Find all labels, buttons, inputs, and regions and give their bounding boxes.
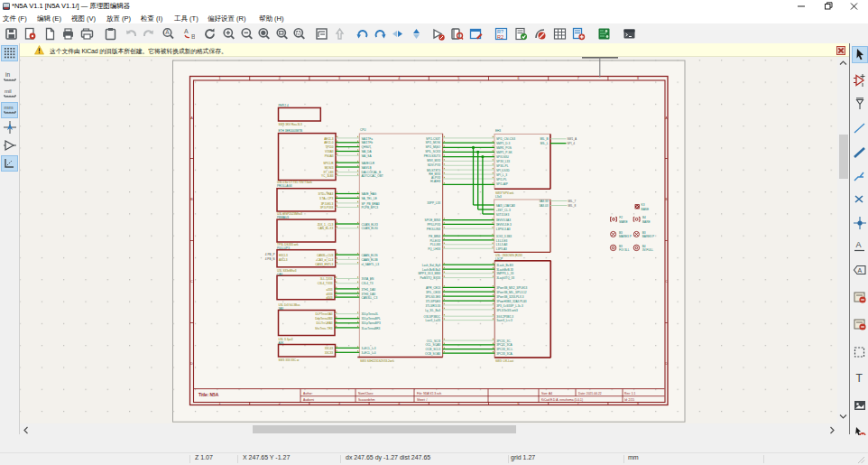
svg-text:SPI1_CS/-CS3: SPI1_CS/-CS3	[496, 137, 515, 141]
svg-text:3Pwrr3B_MIL_3/PL3.12: 3Pwrr3B_MIL_3/PL3.12	[496, 291, 527, 294]
svg-text:ETH 3ERJ003MTB: ETH 3ERJ003MTB	[279, 129, 303, 133]
svg-text:SW3 S3H2231S2V33.2wrk: SW3 S3H2231S2V33.2wrk	[360, 359, 394, 363]
svg-text:3G3.2P3B1.3: 3G3.2P3B1.3	[496, 315, 513, 319]
svg-text:3+ECL_I+0: 3+ECL_I+0	[362, 351, 376, 355]
svg-text:SPI_4: SPI_4	[568, 142, 576, 145]
svg-text:MPP3_33.3_MB3: MPP3_33.3_MB3	[418, 272, 440, 275]
svg-text:PQ_LH33: PQ_LH33	[428, 247, 440, 251]
svg-text:C: C	[190, 280, 193, 284]
svg-text:OCB_SOA3: OCB_SOA3	[425, 352, 440, 356]
svg-text:PE9 2.4: PE9 2.4	[279, 104, 289, 107]
svg-text:S3T.L3.E3: S3T.L3.E3	[496, 213, 510, 217]
svg-text:T: T	[856, 372, 863, 385]
svg-text:Audiorni: Audiorni	[303, 398, 314, 402]
svg-text:Lavr3_La33: Lavr3_La33	[425, 319, 440, 322]
svg-text:MIL_L: MIL_L	[540, 142, 549, 145]
svg-text:U3L S33eMhz3: U3L S33eMhz3	[277, 269, 297, 273]
svg-text:Author:: Author:	[303, 392, 313, 395]
svg-text:SPI1_MOSI: SPI1_MOSI	[425, 141, 440, 144]
svg-text:6: 6	[518, 77, 520, 80]
svg-text:33C43: 33C43	[325, 347, 334, 350]
svg-text:MARE3 P: MARE3 P	[619, 235, 632, 238]
svg-text:L3.L3.A3: L3.L3.A3	[496, 243, 508, 246]
svg-text:3LashBvB.33: 3LashBvB.33	[496, 268, 513, 272]
svg-text:CUAN_ELX0: CUAN_ELX0	[362, 227, 379, 230]
svg-text:3A3: 3A3	[279, 307, 284, 311]
svg-text:ADTC/CAC_OBT: ADTC/CAC_OBT	[362, 174, 383, 178]
svg-text:L3.L3.E3: L3.L3.E3	[496, 239, 508, 243]
svg-text:PE_BIN3: PE_BIN3	[429, 235, 440, 238]
svg-text:3TH1_DA3: 3TH1_DA3	[362, 288, 376, 292]
svg-text:1: 1	[219, 402, 221, 405]
svg-text:SP3/L-PL: SP3/L-PL	[496, 164, 509, 168]
svg-text:3DLpTereaBPL: 3DLpTereaBPL	[362, 317, 382, 321]
svg-text:4 PB_P: 4 PB_P	[265, 253, 275, 256]
svg-text:CAN3L+CU3: CAN3L+CU3	[317, 254, 333, 257]
svg-text:PULLUP3: PULLUP3	[277, 246, 290, 250]
svg-text:Ly_3/L_Ba3: Ly_3/L_Ba3	[425, 309, 440, 312]
svg-text:ShcTrrec.TR3: ShcTrrec.TR3	[315, 327, 333, 330]
svg-text:CAN3LL_C3: CAN3LL_C3	[362, 296, 378, 300]
svg-text:MIL_B: MIL_B	[540, 137, 548, 141]
svg-text:SMP1_D.3: SMP1_D.3	[496, 142, 510, 145]
svg-text:JDX_1._CL3: JDX_1._CL3	[317, 223, 333, 227]
svg-text:C3L4_T3: C3L4_T3	[362, 282, 374, 285]
svg-text:Lash.BvB.Ba3: Lash.BvB.Ba3	[422, 268, 440, 272]
svg-text:AE11-3: AE11-3	[324, 137, 333, 141]
svg-text:8: 8	[637, 77, 639, 80]
svg-text:3/TD+TRA3: 3/TD+TRA3	[319, 192, 334, 196]
svg-text:in: in	[5, 71, 10, 78]
svg-text:3.TA+.CP3: 3.TA+.CP3	[319, 197, 333, 200]
svg-text:B: B	[191, 33, 195, 40]
svg-text:Lash_Bal_By3: Lash_Bal_By3	[422, 264, 441, 267]
svg-text:2: 2	[279, 77, 281, 80]
svg-text:U3L 3.3µs3: U3L 3.3µs3	[279, 338, 293, 341]
svg-text:V33A3: V33A3	[325, 150, 334, 153]
svg-text:SPI1-CS3T: SPI1-CS3T	[426, 137, 440, 141]
svg-text:B3: B3	[619, 245, 623, 248]
svg-text:SAVE_HAG: SAVE_HAG	[362, 192, 377, 196]
svg-text:3P3_/Lr3/33P_L.3c.3: 3P3_/Lr3/33P_L.3c.3	[496, 304, 523, 308]
svg-text:MIL_8: MIL_8	[568, 204, 577, 208]
svg-text:MIVI_MX3: MIVI_MX3	[427, 159, 440, 163]
svg-text:H3CL3: H3CL3	[279, 254, 288, 257]
svg-text:B3: B3	[642, 231, 646, 235]
svg-text:SW1_A: SW1_A	[568, 137, 578, 141]
svg-text:3P.3-P333: 3P.3-P333	[320, 206, 334, 209]
svg-text:PLLLB3: PLLLB3	[430, 243, 440, 246]
svg-text:3: 3	[338, 402, 340, 405]
svg-text:PS0A3: PS0A3	[325, 154, 334, 158]
svg-text:PwM3TQ_BX33: PwM3TQ_BX33	[420, 276, 440, 280]
svg-text:3Y_LB3: 3Y_LB3	[323, 171, 333, 174]
svg-text:APR_CE13: APR_CE13	[426, 286, 440, 290]
svg-text:PBMAU3: PBMAU3	[277, 216, 289, 219]
svg-text:3A3.33: 3A3.33	[540, 200, 549, 203]
svg-text:3Pwrr3B_MX2_3/PLE13: 3Pwrr3B_MX2_3/PLE13	[496, 286, 527, 290]
svg-text:A: A	[856, 240, 862, 249]
svg-text:CAAN_EL3B: CAAN_EL3B	[362, 258, 378, 262]
svg-text:DLPTrree3A3: DLPTrree3A3	[315, 312, 332, 316]
svg-text:PLLEX3: PLLEX3	[429, 239, 440, 243]
svg-text:3MPP3_L_33: 3MPP3_L_33	[496, 272, 513, 275]
svg-text:3TL3/R3.33: 3TL3/R3.33	[426, 304, 441, 308]
svg-text:SA_TEL_LE: SA_TEL_LE	[362, 197, 377, 200]
svg-text:3A3.03: 3A3.03	[540, 204, 549, 208]
svg-text:7: 7	[577, 402, 579, 405]
svg-text:B: B	[190, 198, 193, 201]
svg-text:3EVVL3.E.3: 3EVVL3.E.3	[496, 223, 512, 227]
svg-text:Size: A4: Size: A4	[541, 392, 552, 395]
svg-text:U3L Di3 S4.3Bus: U3L Di3 S4.3Bus	[279, 303, 300, 307]
svg-text:3LL-TX33: 3LL-TX33	[320, 277, 333, 281]
svg-text:PROLS3UT3: PROLS3UT3	[424, 154, 441, 158]
svg-text:A: A	[165, 29, 170, 35]
svg-text:PP/LLPX3: PP/LLPX3	[428, 223, 441, 227]
svg-text:QHS0T: QHS0T	[362, 145, 372, 149]
svg-text:mm: mm	[5, 105, 14, 110]
svg-text:MILSTXT3: MILSTXT3	[427, 169, 440, 172]
svg-text:Sheet: /: Sheet: /	[417, 398, 427, 402]
svg-text:3: 3	[338, 77, 340, 80]
svg-text:SAIVLB: SAIVLB	[362, 166, 372, 170]
svg-text:Scavardehm: Scavardehm	[358, 398, 375, 402]
svg-text:3LacTereaBR3: 3LacTereaBR3	[362, 327, 381, 330]
svg-text:3TL3/PDE3: 3TL3/PDE3	[426, 300, 440, 303]
